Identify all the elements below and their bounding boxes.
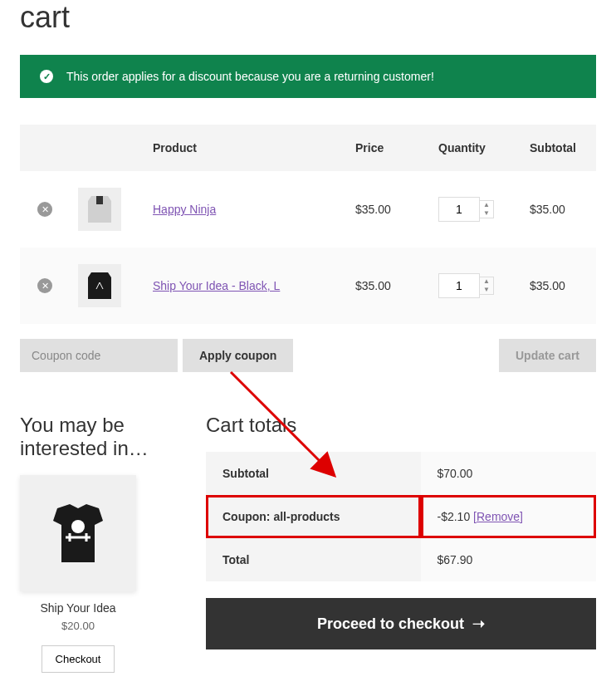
totals-table: Subtotal $70.00 Coupon: all-products -$2… [206,452,596,581]
coupon-input[interactable] [20,339,178,372]
col-price-header: Price [347,125,430,171]
cart-table: Product Price Quantity Subtotal ✕ Happy … [20,125,596,324]
upsell-section: You may be interested in… Ship Your Idea… [20,414,186,673]
cart-actions: Apply coupon Update cart [20,339,596,372]
subtotal-value: $70.00 [421,452,597,495]
subtotal-cell: $35.00 [521,171,596,248]
table-row: ✕ Happy Ninja $35.00 ▲▼ $35.00 [20,171,596,248]
chevron-up-icon[interactable]: ▲ [480,201,493,209]
coupon-label: Coupon: all-products [206,495,421,538]
update-cart-button[interactable]: Update cart [499,339,596,372]
price-cell: $35.00 [347,171,430,248]
total-value: $67.90 [421,538,597,581]
cart-totals: Cart totals Subtotal $70.00 Coupon: all-… [206,414,596,649]
chevron-up-icon[interactable]: ▲ [480,277,493,286]
product-thumbnail[interactable] [78,264,121,307]
remove-item-button[interactable]: ✕ [37,278,52,293]
upsell-title: You may be interested in… [20,414,186,460]
quantity-stepper[interactable]: ▲▼ [480,277,494,295]
product-link[interactable]: Ship Your Idea - Black, L [153,279,280,292]
upsell-product-price: $20.00 [20,620,136,632]
hoodie-icon [80,266,120,306]
product-thumbnail[interactable] [78,188,121,231]
remove-coupon-link[interactable]: [Remove] [473,510,523,523]
totals-total-row: Total $67.90 [206,538,596,581]
table-row: ✕ Ship Your Idea - Black, L $35.00 ▲▼ $3… [20,248,596,324]
notice-text: This order applies for a discount becaus… [66,70,434,83]
tshirt-icon [37,492,120,575]
col-qty-header: Quantity [430,125,521,171]
quantity-stepper[interactable]: ▲▼ [480,200,494,218]
hoodie-icon [80,189,120,229]
totals-subtotal-row: Subtotal $70.00 [206,452,596,495]
totals-title: Cart totals [206,414,596,437]
apply-coupon-button[interactable]: Apply coupon [183,339,293,372]
check-icon [40,70,53,83]
arrow-right-icon: ➝ [472,615,485,633]
proceed-to-checkout-button[interactable]: Proceed to checkout ➝ [206,598,596,649]
quantity-input[interactable] [438,197,480,222]
upsell-product-name: Ship Your Idea [20,601,136,615]
subtotal-cell: $35.00 [521,248,596,324]
subtotal-label: Subtotal [206,452,421,495]
chevron-down-icon[interactable]: ▼ [480,286,493,294]
product-link[interactable]: Happy Ninja [153,203,216,216]
col-thumb-header [70,125,144,171]
total-label: Total [206,538,421,581]
upsell-card[interactable]: Ship Your Idea $20.00 Checkout [20,475,136,673]
price-cell: $35.00 [347,248,430,324]
success-notice: This order applies for a discount becaus… [20,55,596,98]
upsell-image [20,475,136,591]
upsell-checkout-button[interactable]: Checkout [42,645,115,673]
coupon-value: -$2.10 [Remove] [421,495,597,538]
quantity-input[interactable] [438,273,480,298]
col-subtotal-header: Subtotal [521,125,596,171]
col-remove-header [20,125,70,171]
totals-coupon-row: Coupon: all-products -$2.10 [Remove] [206,495,596,538]
remove-item-button[interactable]: ✕ [37,202,52,217]
col-product-header: Product [144,125,347,171]
svg-point-0 [71,520,85,533]
chevron-down-icon[interactable]: ▼ [480,209,493,218]
page-title: cart [20,0,596,35]
